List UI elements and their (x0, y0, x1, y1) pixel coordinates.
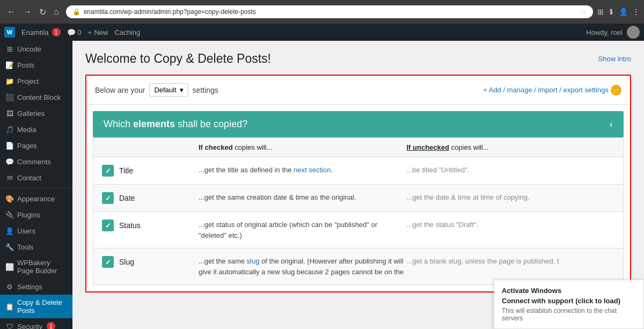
posts-icon: 📝 (5, 61, 14, 69)
admin-bar-comments[interactable]: 💬 0 (67, 28, 82, 36)
admin-bar-right: Howdy, roel (586, 26, 640, 39)
sidebar-label-galleries: Galleries (17, 109, 45, 118)
tools-icon: 🔧 (5, 243, 14, 251)
admin-bar-caching[interactable]: Caching (114, 28, 140, 36)
date-unchecked-desc: ...get the date & time at time of copyin… (407, 192, 615, 203)
extensions-icon[interactable]: ⊞ (597, 8, 604, 16)
sidebar-item-posts[interactable]: 📝 Posts (0, 57, 72, 73)
slug-checked-desc: ...get the same slug of the original. (H… (199, 256, 407, 277)
home-button[interactable]: ⌂ (51, 6, 62, 18)
sidebar-label-tools: Tools (17, 243, 33, 251)
title-label: Title (119, 166, 133, 175)
download-icon[interactable]: ⬇ (608, 8, 614, 16)
admin-bar-site[interactable]: Enamtila 1 (21, 28, 61, 36)
uncode-icon: ⊞ (5, 45, 14, 53)
content-block-icon: ⬛ (5, 93, 14, 101)
plus-icon: + (88, 28, 92, 36)
notification-badge: 1 (52, 28, 61, 36)
sidebar-label-appearance: Appearance (17, 195, 55, 203)
user-avatar[interactable] (627, 26, 640, 39)
sidebar-label-pages: Pages (17, 142, 37, 150)
date-checkbox[interactable] (102, 192, 114, 204)
elements-table: If checked copies will... If unchecked c… (93, 137, 624, 285)
banner-highlight: elements (133, 119, 175, 129)
settings-dropdown[interactable]: Default ▾ (149, 83, 188, 97)
dropdown-value: Default (154, 86, 176, 94)
add-settings-link[interactable]: + Add / manage / import / export setting… (483, 85, 621, 96)
sidebar-item-content-block[interactable]: ⬛ Content Block (0, 89, 72, 105)
sidebar-item-project[interactable]: 📁 Project (0, 73, 72, 89)
sidebar-item-plugins[interactable]: 🔌 Plugins (0, 207, 72, 223)
elements-chevron-left-icon[interactable]: ‹ (610, 119, 613, 130)
sidebar-item-pages[interactable]: 📄 Pages (0, 137, 72, 153)
sidebar-label-security: Security (17, 323, 42, 330)
next-section-link[interactable]: next section (294, 166, 331, 174)
slug-unchecked-desc: ...get a blank slug, unless the page is … (407, 256, 615, 267)
admin-bar-left: W Enamtila 1 💬 0 + New Caching (4, 27, 577, 38)
sidebar: ⊞ Uncode 📝 Posts 📁 Project ⬛ Content Blo… (0, 41, 72, 329)
sidebar-item-uncode[interactable]: ⊞ Uncode (0, 41, 72, 57)
wp-admin-bar: W Enamtila 1 💬 0 + New Caching Howdy, ro… (0, 24, 644, 41)
row-label-date: Date (102, 192, 199, 204)
sidebar-label-project: Project (17, 77, 39, 85)
banner-suffix: shall be copied? (175, 119, 247, 129)
status-checkbox[interactable] (102, 220, 114, 231)
comments-icon: 💬 (5, 157, 14, 166)
menu-icon[interactable]: ⋮ (632, 8, 640, 16)
sidebar-item-copy-delete[interactable]: 📋 Copy & Delete Posts (0, 295, 72, 318)
sidebar-item-appearance[interactable]: 🎨 Appearance (0, 191, 72, 207)
toast-desc: This will establish connection to the ch… (502, 307, 636, 322)
sidebar-label-wpbakery: WPBakery Page Builder (17, 259, 67, 275)
settings-panel: Below are your Default ▾ settings + Add … (85, 75, 631, 293)
plugins-icon: 🔌 (5, 210, 14, 219)
row-label-slug: Slug (102, 256, 199, 268)
profile-icon[interactable]: 👤 (619, 8, 628, 16)
row-label-title: Title (102, 165, 199, 177)
reload-button[interactable]: ↻ (36, 6, 49, 18)
howdy-text: Howdy, roel (586, 28, 623, 36)
browser-actions: ⊞ ⬇ 👤 ⋮ (597, 8, 640, 16)
caching-label: Caching (114, 28, 140, 36)
sidebar-item-tools[interactable]: 🔧 Tools (0, 239, 72, 255)
premium-badge-icon: 👑 (611, 85, 621, 96)
show-intro-link[interactable]: Show intro (598, 55, 631, 63)
slug-link[interactable]: slug (247, 257, 260, 265)
sidebar-item-security[interactable]: 🛡 Security 1 (0, 318, 72, 329)
browser-chrome: ← → ↻ ⌂ 🔒 enamtila.com/wp-admin/admin.ph… (0, 0, 644, 24)
title-checkbox[interactable] (102, 165, 114, 177)
slug-label: Slug (119, 258, 134, 266)
sidebar-label-plugins: Plugins (17, 211, 40, 219)
star-icon[interactable]: ☆ (580, 8, 587, 16)
sidebar-item-contact[interactable]: ✉ Contact (0, 170, 72, 186)
sidebar-item-users[interactable]: 👤 Users (0, 223, 72, 239)
toast-notification[interactable]: Activate Windows Connect with support (c… (494, 280, 644, 329)
slug-checkbox[interactable] (102, 256, 114, 268)
lock-icon: 🔒 (72, 8, 80, 16)
back-button[interactable]: ← (4, 6, 18, 18)
sidebar-label-content-block: Content Block (17, 93, 61, 101)
appearance-icon: 🎨 (5, 194, 14, 203)
page-header: Welcome to Copy & Delete Posts! Show int… (85, 52, 631, 66)
status-unchecked-desc: ...get the status "Draft". (407, 220, 615, 230)
title-unchecked-desc: ...be titled "Untitled". (407, 165, 615, 176)
sidebar-item-settings[interactable]: ⚙ Settings (0, 279, 72, 295)
status-checked-desc: ...get status of original article (which… (199, 220, 407, 240)
users-icon: 👤 (5, 226, 14, 235)
date-checked-desc: ...get the same creation date & time as … (199, 192, 407, 203)
sidebar-item-galleries[interactable]: 🖼 Galleries (0, 105, 72, 121)
sidebar-item-wpbakery[interactable]: ⬜ WPBakery Page Builder (0, 255, 72, 279)
elements-banner-text: Which elements shall be copied? (104, 119, 247, 130)
sidebar-label-posts: Posts (17, 61, 35, 69)
admin-bar-new[interactable]: + New (88, 28, 108, 36)
row-label-status: Status (102, 220, 199, 231)
address-bar[interactable]: 🔒 enamtila.com/wp-admin/admin.php?page=c… (66, 5, 593, 18)
sidebar-item-media[interactable]: 🎵 Media (0, 121, 72, 137)
banner-prefix: Which (104, 119, 133, 129)
sidebar-label-media: Media (17, 126, 36, 134)
sidebar-item-comments[interactable]: 💬 Comments (0, 153, 72, 170)
browser-nav[interactable]: ← → ↻ ⌂ (4, 6, 62, 18)
chevron-down-icon: ▾ (180, 86, 184, 94)
sidebar-label-uncode: Uncode (17, 45, 41, 53)
wp-logo[interactable]: W (4, 27, 15, 38)
forward-button[interactable]: → (20, 6, 34, 18)
